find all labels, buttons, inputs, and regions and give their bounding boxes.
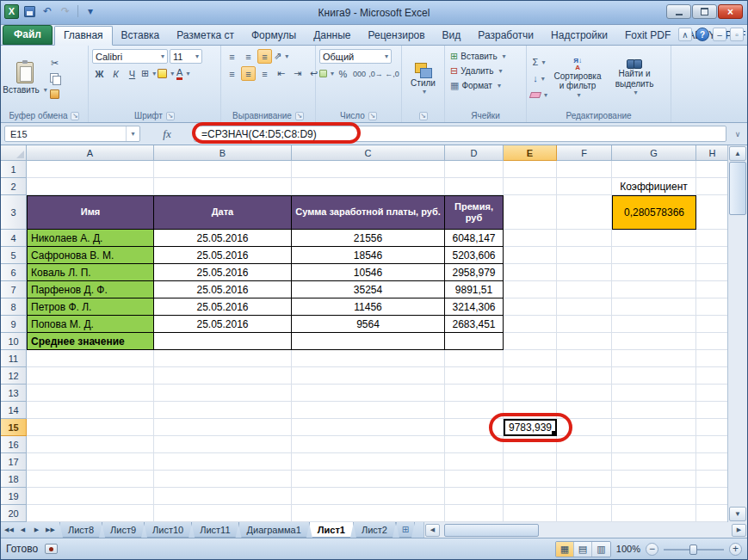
cell-E12[interactable] [504, 367, 557, 385]
cell-G12[interactable] [612, 367, 696, 385]
cell-F15[interactable] [557, 419, 612, 436]
cell-H2[interactable] [696, 178, 729, 195]
row-header-12[interactable]: 12 [1, 367, 27, 385]
cell-F17[interactable] [557, 453, 612, 471]
paste-button[interactable]: Вставить▾ [4, 49, 46, 108]
font-color-button[interactable]: А▾ [176, 66, 190, 81]
cell-D11[interactable] [445, 350, 504, 367]
format-painter-button[interactable] [47, 87, 62, 102]
vertical-scrollbar[interactable]: ▲ ▼ [727, 145, 747, 522]
sheet-tab-лист2[interactable]: Лист2 [353, 522, 396, 538]
column-header-E[interactable]: E [504, 145, 557, 161]
percent-format-button[interactable]: % [336, 66, 350, 81]
cell-G19[interactable] [612, 488, 696, 505]
cell-D5[interactable]: 5203,606 [445, 247, 504, 264]
cell-B19[interactable] [154, 488, 292, 505]
cell-G17[interactable] [612, 453, 696, 471]
column-header-H[interactable]: H [696, 145, 729, 161]
cell-E9[interactable] [504, 316, 557, 333]
cell-A19[interactable] [27, 488, 154, 505]
cell-E19[interactable] [504, 488, 557, 505]
column-header-B[interactable]: B [154, 145, 292, 161]
cell-E8[interactable] [504, 298, 557, 316]
cell-G10[interactable] [612, 333, 696, 350]
cell-H17[interactable] [696, 453, 729, 471]
cell-E4[interactable] [504, 230, 557, 247]
cell-B3[interactable]: Дата [154, 195, 292, 230]
cell-A6[interactable]: Коваль Л. П. [27, 264, 154, 281]
zoom-slider[interactable] [664, 543, 724, 556]
cell-E2[interactable] [504, 178, 557, 195]
undo-button[interactable]: ↶ [40, 3, 55, 19]
cell-A5[interactable]: Сафронова В. М. [27, 247, 154, 264]
restore-button[interactable] [692, 4, 717, 19]
cell-F10[interactable] [557, 333, 612, 350]
cell-D1[interactable] [445, 161, 504, 178]
sheet-tab-лист1[interactable]: Лист1 [309, 522, 354, 538]
row-header-3[interactable]: 3 [1, 195, 27, 230]
column-header-C[interactable]: C [292, 145, 445, 161]
row-header-14[interactable]: 14 [1, 402, 27, 419]
cell-H14[interactable] [696, 402, 729, 419]
cell-B2[interactable] [154, 178, 292, 195]
cell-H20[interactable] [696, 505, 729, 522]
cell-G4[interactable] [612, 230, 696, 247]
sheet-tab-диаграмма1[interactable]: Диаграмма1 [238, 522, 310, 538]
cell-D2[interactable] [445, 178, 504, 195]
ribbon-tab-рецензиров[interactable]: Рецензиров [359, 27, 433, 45]
formula-input[interactable]: =СРЗНАЧ(C4:D5;C8:D9) [194, 126, 726, 142]
cell-A16[interactable] [27, 436, 154, 453]
ribbon-tab-foxit-pdf[interactable]: Foxit PDF [616, 27, 679, 45]
save-button[interactable] [22, 3, 37, 19]
cell-B11[interactable] [154, 350, 292, 367]
cell-H19[interactable] [696, 488, 729, 505]
cell-G8[interactable] [612, 298, 696, 316]
row-header-17[interactable]: 17 [1, 453, 27, 471]
zoom-out-icon[interactable]: − [646, 543, 658, 556]
cell-E17[interactable] [504, 453, 557, 471]
cell-F4[interactable] [557, 230, 612, 247]
row-header-5[interactable]: 5 [1, 247, 27, 264]
cell-E15[interactable]: 9783,939 [504, 419, 557, 436]
cell-G18[interactable] [612, 471, 696, 488]
cell-B13[interactable] [154, 385, 292, 402]
zoom-slider-thumb[interactable] [689, 545, 697, 555]
ribbon-tab-вид[interactable]: Вид [434, 27, 470, 45]
cell-D19[interactable] [445, 488, 504, 505]
cell-D13[interactable] [445, 385, 504, 402]
cell-C17[interactable] [292, 453, 445, 471]
scroll-left-icon[interactable]: ◀ [425, 524, 440, 537]
cell-H7[interactable] [696, 281, 729, 298]
cell-A2[interactable] [27, 178, 154, 195]
cell-C19[interactable] [292, 488, 445, 505]
cell-D4[interactable]: 6048,147 [445, 230, 504, 247]
cell-F9[interactable] [557, 316, 612, 333]
cell-C2[interactable] [292, 178, 445, 195]
cell-C13[interactable] [292, 385, 445, 402]
cell-A18[interactable] [27, 471, 154, 488]
cell-D15[interactable] [445, 419, 504, 436]
cell-D12[interactable] [445, 367, 504, 385]
number-format-select[interactable]: Общий▾ [319, 49, 392, 64]
cell-G3[interactable]: 0,280578366 [612, 195, 696, 230]
minimize-ribbon-icon[interactable]: ∧ [678, 28, 692, 41]
fill-color-button[interactable]: ▾ [158, 66, 174, 81]
italic-button[interactable]: К [108, 66, 123, 81]
font-name-select[interactable]: Calibri▾ [92, 49, 168, 64]
cell-C9[interactable]: 9564 [292, 316, 445, 333]
dialog-launcher-icon[interactable]: ↘ [419, 112, 428, 120]
page-layout-view-icon[interactable]: ▤ [574, 542, 592, 557]
workbook-minimize-icon[interactable]: – [713, 28, 726, 41]
qat-customize-button[interactable]: ▾ [83, 3, 98, 19]
column-header-D[interactable]: D [445, 145, 504, 161]
cell-B5[interactable]: 25.05.2016 [154, 247, 292, 264]
cell-D16[interactable] [445, 436, 504, 453]
cell-E10[interactable] [504, 333, 557, 350]
page-break-view-icon[interactable]: ▥ [592, 542, 610, 557]
cell-D9[interactable]: 2683,451 [445, 316, 504, 333]
cell-B7[interactable]: 25.05.2016 [154, 281, 292, 298]
cell-G16[interactable] [612, 436, 696, 453]
decrease-decimal-icon[interactable]: ←,0 [385, 66, 399, 81]
scroll-up-icon[interactable]: ▲ [729, 146, 746, 161]
cell-A7[interactable]: Парфенов Д. Ф. [27, 281, 154, 298]
